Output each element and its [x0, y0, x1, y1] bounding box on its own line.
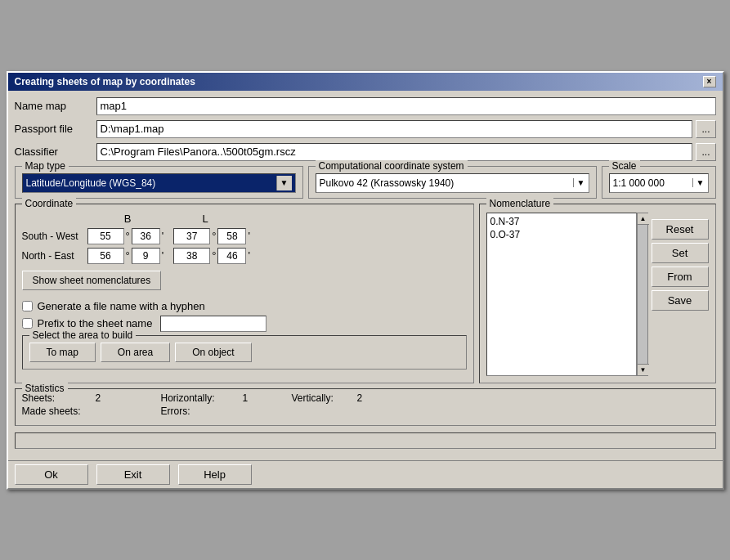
sw-b-min-input[interactable]	[132, 228, 160, 244]
scale-arrow-icon: ▼	[692, 178, 705, 187]
nomenclature-item-0[interactable]: 0.N-37	[489, 215, 634, 228]
ne-b-deg-input[interactable]	[87, 248, 124, 264]
nomenclature-buttons: Reset Set From Save	[652, 208, 709, 376]
map-type-title: Map type	[22, 160, 69, 172]
generate-hyphen-checkbox[interactable]	[22, 301, 33, 311]
name-map-row: Name map	[15, 97, 716, 115]
statistics-title: Statistics	[22, 383, 68, 394]
ok-button[interactable]: Ok	[15, 464, 88, 485]
map-type-arrow-icon: ▼	[276, 176, 292, 190]
ne-l-deg-input[interactable]	[173, 248, 210, 264]
classifier-input[interactable]	[96, 143, 693, 161]
sheets-row: Sheets: 2 Horizontally: 1 Vertically: 2	[22, 392, 709, 404]
nomenclature-area: Nomenclature 0.N-37 0.O-37 ▲ ▼	[479, 204, 716, 383]
on-object-button[interactable]: On object	[175, 343, 251, 362]
scroll-up-button[interactable]: ▲	[638, 213, 649, 225]
close-button[interactable]: ×	[703, 76, 716, 87]
sw-l-deg-input[interactable]	[173, 228, 210, 244]
prefix-sheet-label: Prefix to the sheet name	[38, 317, 153, 329]
window-title: Creating sheets of map by coordinates	[15, 76, 195, 87]
ne-l-min-input[interactable]	[217, 248, 246, 264]
errors-label: Errors:	[161, 405, 190, 417]
ne-l-deg-symbol: °	[212, 249, 216, 262]
scale-dropdown[interactable]: 1:1 000 000 ▼	[609, 173, 709, 193]
sw-b-deg-symbol: °	[126, 230, 130, 242]
coord-system-group: Computational coordinate system Pulkovo …	[308, 166, 597, 199]
coordinate-group: Coordinate B L South - West ° ' °	[15, 204, 474, 383]
sw-b-deg-input[interactable]	[87, 228, 124, 244]
select-area-group: Select the area to build To map On area …	[22, 335, 467, 370]
south-west-row: South - West ° ' ° '	[22, 228, 467, 244]
coord-system-title: Computational coordinate system	[316, 160, 468, 172]
scroll-down-button[interactable]: ▼	[638, 364, 649, 375]
passport-file-row: Passport file ...	[15, 120, 716, 138]
made-sheets-label: Made sheets:	[22, 405, 96, 417]
prefix-sheet-checkbox[interactable]	[22, 318, 33, 329]
ne-b-deg-symbol: °	[126, 249, 130, 262]
save-button[interactable]: Save	[652, 290, 709, 311]
ne-b-min-input[interactable]	[132, 248, 160, 264]
passport-browse-button[interactable]: ...	[696, 120, 715, 138]
settings-row: Map type Latitude/Longitude (WGS_84) ▼ C…	[15, 166, 716, 199]
made-sheets-row: Made sheets: Errors:	[22, 405, 709, 417]
generate-hyphen-label: Generate a file name with a hyphen	[38, 300, 205, 312]
nomenclature-scrollbar[interactable]: ▲ ▼	[637, 213, 648, 376]
select-area-title: Select the area to build	[29, 329, 137, 341]
main-window: Creating sheets of map by coordinates × …	[7, 71, 724, 490]
north-east-row: North - East ° ' ° '	[22, 248, 467, 264]
sw-l-deg-symbol: °	[212, 230, 216, 242]
coord-system-dropdown[interactable]: Pulkovo 42 (Krassowsky 1940) ▼	[316, 173, 589, 193]
sw-l-min-input[interactable]	[217, 228, 246, 244]
content-area: Name map Passport file ... Classifier ..…	[8, 91, 723, 460]
sheets-value: 2	[96, 392, 161, 404]
generate-hyphen-row: Generate a file name with a hyphen	[22, 300, 467, 312]
horizontally-value: 1	[243, 392, 292, 404]
vertically-value: 2	[357, 392, 363, 404]
prefix-input[interactable]	[160, 316, 266, 332]
scale-title: Scale	[609, 160, 640, 172]
name-map-input[interactable]	[96, 97, 716, 115]
sw-l-min-symbol: '	[248, 230, 249, 242]
statistics-group: Statistics Sheets: 2 Horizontally: 1 Ver…	[15, 388, 716, 426]
nomenclature-item-1[interactable]: 0.O-37	[489, 228, 634, 241]
main-area: Coordinate B L South - West ° ' °	[15, 204, 716, 383]
classifier-label: Classifier	[15, 146, 96, 158]
help-button[interactable]: Help	[178, 464, 252, 485]
reset-button[interactable]: Reset	[652, 219, 709, 240]
nomenclature-title: Nomenclature	[486, 198, 554, 209]
scale-selected: 1:1 000 000	[613, 177, 692, 189]
coord-system-arrow-icon: ▼	[573, 178, 585, 187]
show-nomenclatures-button[interactable]: Show sheet nomenclatures	[22, 271, 162, 290]
bottom-buttons: Ok Exit Help	[8, 460, 723, 488]
coordinate-group-title: Coordinate	[22, 198, 77, 209]
classifier-browse-button[interactable]: ...	[696, 143, 715, 161]
horizontally-label: Horizontally:	[161, 392, 243, 404]
ne-l-min-symbol: '	[248, 249, 249, 262]
scale-group: Scale 1:1 000 000 ▼	[602, 166, 716, 199]
title-bar: Creating sheets of map by coordinates ×	[8, 73, 723, 91]
classifier-row: Classifier ...	[15, 143, 716, 161]
name-map-label: Name map	[15, 100, 96, 112]
passport-file-input[interactable]	[96, 120, 693, 138]
sheets-label: Sheets:	[22, 392, 96, 404]
south-west-label: South - West	[22, 231, 87, 242]
sw-b-min-symbol: '	[162, 230, 163, 242]
b-header: B	[89, 213, 167, 225]
scroll-track	[638, 225, 647, 364]
progress-bar	[15, 432, 716, 449]
set-button[interactable]: Set	[652, 243, 709, 263]
map-type-group: Map type Latitude/Longitude (WGS_84) ▼	[15, 166, 303, 199]
ne-b-min-symbol: '	[162, 249, 163, 262]
exit-button[interactable]: Exit	[96, 464, 170, 485]
north-east-label: North - East	[22, 250, 87, 262]
nomenclature-list: 0.N-37 0.O-37	[486, 213, 637, 376]
map-type-dropdown[interactable]: Latitude/Longitude (WGS_84) ▼	[22, 173, 296, 193]
l-header: L	[167, 213, 244, 225]
on-area-button[interactable]: On area	[101, 343, 170, 362]
build-buttons: To map On area On object	[29, 343, 459, 362]
from-button[interactable]: From	[652, 267, 709, 287]
vertically-label: Vertically:	[292, 392, 357, 404]
map-type-selected: Latitude/Longitude (WGS_84)	[26, 177, 156, 189]
to-map-button[interactable]: To map	[29, 343, 96, 362]
passport-file-label: Passport file	[15, 123, 96, 135]
